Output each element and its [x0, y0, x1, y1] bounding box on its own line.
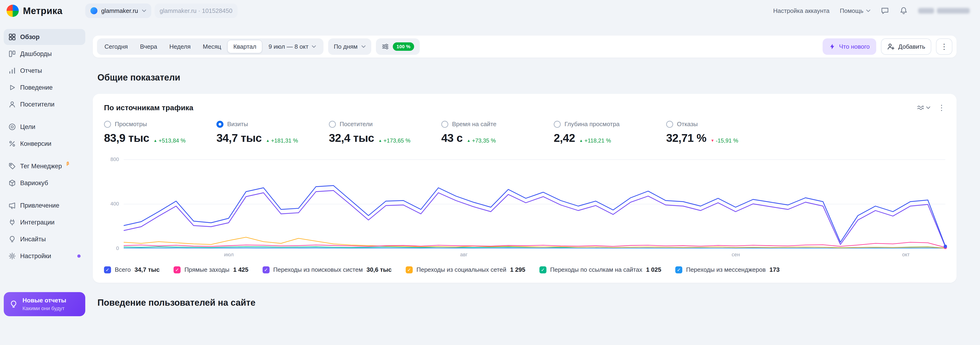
x-axis-tick: июл	[224, 252, 234, 258]
chart-plot-area[interactable]: 0400800	[124, 160, 945, 248]
lightning-icon	[829, 44, 835, 50]
card-more-button[interactable]: ⋮	[938, 103, 945, 112]
promo-text: Новые отчеты Какими они будут	[22, 297, 66, 312]
sidebar-item-conversions[interactable]: Конверсии	[4, 136, 85, 152]
checkbox-checked-icon	[675, 266, 682, 274]
legend-value: 30,6 тыс	[367, 266, 391, 274]
sidebar-item-reports[interactable]: Отчеты	[4, 63, 85, 79]
granularity-selector[interactable]: По дням	[328, 38, 371, 55]
sidebar-item-label: Отчеты	[20, 67, 42, 74]
promo-subtitle: Какими они будут	[22, 305, 66, 312]
add-button[interactable]: Добавить	[881, 38, 931, 55]
metrika-logo-icon	[6, 5, 19, 17]
new-reports-promo-card[interactable]: Новые отчеты Какими они будут	[4, 292, 85, 316]
metric-visits: Визиты 34,7 тыс ▲+181,31 %	[216, 120, 329, 144]
sidebar-item-label: Поведение	[20, 84, 53, 91]
sidebar-item-integrations[interactable]: Интеграции	[4, 214, 85, 230]
traffic-chart: 0400800 июлавгсенокт	[104, 160, 945, 261]
sidebar-item-label: Конверсии	[20, 140, 51, 147]
legend-item-site-links[interactable]: Переходы по ссылкам на сайтах 1 025	[539, 266, 661, 274]
delta-up-icon: ▲	[153, 139, 157, 143]
sidebar-item-settings[interactable]: Настройки	[4, 248, 85, 264]
sidebar-item-goals[interactable]: Цели	[4, 119, 85, 135]
delta-down-icon: ▼	[711, 139, 714, 143]
chat-icon[interactable]	[881, 6, 889, 15]
series-end-dot	[944, 245, 947, 248]
card-title: По источникам трафика	[104, 103, 193, 112]
period-today-button[interactable]: Сегодня	[99, 40, 134, 53]
whats-new-label: Что нового	[839, 43, 870, 50]
period-yesterday-button[interactable]: Вчера	[134, 40, 163, 53]
x-axis-tick: авг	[460, 252, 468, 258]
legend-label: Переходы из социальных сетей	[417, 266, 506, 274]
metric-label: Визиты	[227, 120, 248, 128]
legend-item-search[interactable]: Переходы из поисковых систем 30,6 тыс	[262, 266, 391, 274]
period-week-button[interactable]: Неделя	[163, 40, 197, 53]
legend-item-direct[interactable]: Прямые заходы 1 425	[173, 266, 248, 274]
sidebar-item-behavior[interactable]: Поведение	[4, 79, 85, 95]
legend-value: 1 425	[233, 266, 248, 274]
date-range-picker[interactable]: 9 июл — 8 окт	[262, 40, 322, 53]
metrika-logo[interactable]: Метрика	[6, 5, 85, 17]
user-name-blur	[918, 8, 934, 14]
legend-label: Переходы из поисковых систем	[273, 266, 363, 274]
metric-delta: ▲+181,31 %	[266, 138, 298, 144]
radio-icon	[554, 121, 561, 128]
x-axis-tick: окт	[902, 252, 910, 258]
user-surname-blur	[937, 8, 970, 14]
metric-radio-visits[interactable]: Визиты	[216, 120, 329, 128]
help-menu[interactable]: Помощь	[840, 7, 870, 14]
metric-delta: ▲+73,35 %	[467, 138, 496, 144]
legend-item-total[interactable]: Всего 34,7 тыс	[104, 266, 159, 274]
metric-value: 32,71 %	[666, 131, 706, 144]
metric-label: Посетители	[340, 120, 373, 128]
chart-x-axis: июлавгсенокт	[124, 248, 945, 261]
user-name-redacted[interactable]	[918, 8, 970, 14]
reports-icon	[8, 67, 16, 74]
legend-item-social[interactable]: Переходы из социальных сетей 1 295	[406, 266, 525, 274]
metric-value: 34,7 тыс	[216, 131, 262, 144]
metric-radio-bounce[interactable]: Отказы	[666, 120, 779, 128]
counter-picker-label: glammaker.ru	[101, 7, 138, 14]
sidebar-item-dashboards[interactable]: Дашборды	[4, 46, 85, 62]
bell-icon[interactable]	[899, 6, 908, 15]
period-quarter-button[interactable]: Квартал	[227, 40, 262, 53]
counter-info[interactable]: glammaker.ru · 101528450	[154, 3, 238, 18]
insights-icon	[8, 236, 16, 243]
delta-up-icon: ▲	[266, 139, 270, 143]
whats-new-button[interactable]: Что нового	[822, 38, 876, 55]
sidebar-item-overview[interactable]: Обзор	[4, 29, 85, 45]
metric-delta: ▼-15,91 %	[711, 138, 738, 144]
metric-value: 32,4 тыс	[329, 131, 374, 144]
lightbulb-icon	[10, 300, 18, 309]
metric-radio-visitors[interactable]: Посетители	[329, 120, 441, 128]
settings-notification-dot	[77, 255, 81, 258]
sidebar-item-label: Цели	[20, 123, 35, 131]
dashboards-icon	[8, 50, 16, 58]
legend-item-messengers[interactable]: Переходы из мессенджеров 173	[675, 266, 780, 274]
period-month-button[interactable]: Месяц	[197, 40, 227, 53]
sidebar-item-visitors[interactable]: Посетители	[4, 97, 85, 112]
metric-depth: Глубина просмотра 2,42 ▲+118,21 %	[554, 120, 666, 144]
toolbar-more-button[interactable]: ⋮	[936, 38, 952, 55]
toolbar: Сегодня Вчера Неделя Месяц Квартал 9 июл…	[93, 36, 956, 58]
legend-value: 34,7 тыс	[134, 266, 159, 274]
account-settings-link[interactable]: Настройка аккаунта	[773, 7, 830, 14]
metric-visitors: Посетители 32,4 тыс ▲+173,65 %	[329, 120, 441, 144]
acquisition-icon	[8, 202, 16, 209]
sidebar-item-insights[interactable]: Инсайты	[4, 231, 85, 247]
sidebar-item-acquisition[interactable]: Привлечение	[4, 198, 85, 214]
behavior-icon	[8, 84, 16, 91]
sidebar-item-tag-manager[interactable]: Тег Менеджер β	[4, 158, 85, 174]
metric-selector-row: Просмотры 83,9 тыс ▲+513,84 % Визиты 34,…	[104, 120, 945, 144]
chart-settings-button[interactable]	[917, 104, 930, 111]
sidebar-item-variocube[interactable]: Вариокуб	[4, 175, 85, 191]
metric-radio-time[interactable]: Время на сайте	[441, 120, 554, 128]
visitors-icon	[8, 101, 16, 108]
card-tools: ⋮	[917, 103, 945, 112]
metric-radio-depth[interactable]: Глубина просмотра	[554, 120, 666, 128]
sampling-control[interactable]: 100 %	[376, 38, 420, 55]
counter-picker[interactable]: glammaker.ru	[85, 3, 151, 18]
chevron-down-icon	[361, 45, 366, 48]
metric-radio-views[interactable]: Просмотры	[104, 120, 216, 128]
